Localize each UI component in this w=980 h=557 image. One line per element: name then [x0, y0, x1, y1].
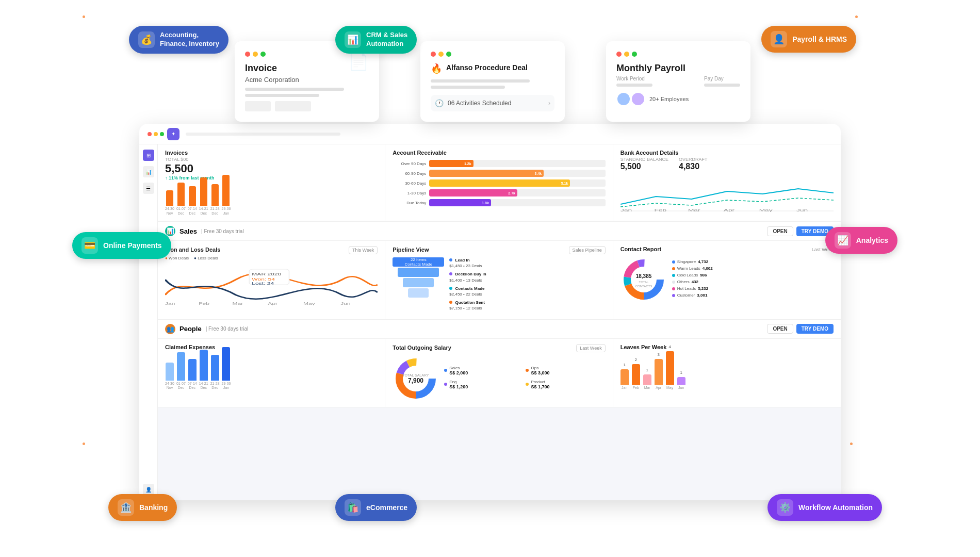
- ar-chart: Account Receivable Over 90 Days 1.2k 60-…: [385, 144, 613, 221]
- people-actions: OPEN TRY DEMO: [767, 324, 834, 334]
- won-loss-legend: ● Won Deals ● Loss Deals: [165, 256, 378, 260]
- legend-label: Customer: [677, 293, 695, 298]
- invoices-amount: 5,500: [165, 162, 378, 175]
- expense-bar: [200, 350, 208, 381]
- bar-label: 14-21Dec: [199, 207, 208, 216]
- accounting-icon: 💰: [138, 31, 155, 48]
- hbar-value: 2.7k: [508, 191, 515, 195]
- sidebar-chart-icon[interactable]: 📊: [143, 166, 154, 177]
- bar-label: 07-14Dec: [188, 382, 197, 390]
- invoices-chart: Invoices TOTAL $00 5,500 ↑ 11% from last…: [158, 144, 385, 221]
- badge-accounting[interactable]: 💰 Accounting, Finance, Inventory: [129, 26, 228, 54]
- hbar-value: 5.1k: [561, 182, 568, 185]
- expense-bar: [177, 352, 185, 381]
- leaves-bar: [655, 359, 663, 385]
- bar-group: 01-07Dec: [176, 183, 186, 216]
- people-open-btn[interactable]: OPEN: [767, 324, 793, 334]
- dashboard-body: ⊞ 📊 ☰ 👤 Invoices TOTAL $00 5,500 ↑ 11% f: [139, 144, 841, 500]
- legend-label: Cold Leads: [677, 273, 698, 277]
- hbar-fill: 5.1k: [429, 179, 570, 187]
- payments-label: Online Payments: [103, 241, 162, 250]
- salary-container: TOTAL SALARY 7,900 Sales S$ 2,000 Ops S$…: [393, 355, 605, 402]
- salary-legend-dot: [444, 369, 447, 372]
- payroll-label: Payroll & HRMS: [792, 35, 847, 43]
- bar-group: 01-07Dec: [176, 352, 186, 390]
- bar-group: 29-06Jan: [222, 347, 231, 390]
- won-legend: ● Won Deals: [165, 256, 189, 260]
- svg-text:Lost: 24: Lost: 24: [252, 282, 274, 286]
- people-demo-btn[interactable]: TRY DEMO: [796, 324, 834, 334]
- pipeline-dot: [449, 301, 452, 304]
- pipeline-label: Contacts Made: [455, 286, 485, 291]
- funnel-step-1: 22 ItemsContacts Made: [393, 257, 444, 267]
- crm-deal-title: Alfanso Procedure Deal: [446, 63, 528, 72]
- expenses-bar-chart: 24-30Nov 01-07Dec 07-14Dec 14-21Dec 21-2…: [165, 354, 378, 390]
- bank-balance2: 4,830: [679, 162, 699, 171]
- bar-label: 29-06Jan: [222, 207, 231, 216]
- badge-analytics[interactable]: 📈 Analytics: [825, 227, 897, 254]
- badge-online-payments[interactable]: 💳 Online Payments: [72, 232, 171, 259]
- banking-label: Banking: [139, 503, 168, 512]
- bar-group: 24-30Nov: [165, 363, 174, 390]
- chevron-right-icon: ›: [548, 100, 550, 107]
- salary-legend-item: Ops S$ 3,000: [526, 366, 605, 375]
- pipeline-value: $7,150 • 12 Deals: [449, 306, 482, 310]
- sidebar-menu-icon[interactable]: ☰: [143, 183, 154, 194]
- avatar-1: [616, 92, 631, 106]
- leaves-bar: [632, 364, 640, 385]
- legend-dot: [672, 281, 675, 284]
- badge-banking[interactable]: 🏦 Banking: [108, 494, 177, 521]
- svg-text:May: May: [759, 208, 772, 212]
- sidebar-user-icon[interactable]: 👤: [143, 484, 154, 495]
- payroll-icon: 👤: [771, 31, 787, 47]
- svg-text:Jan: Jan: [620, 208, 632, 212]
- legend-value: 432: [692, 280, 698, 284]
- pipeline-dot: [449, 287, 452, 290]
- salary-segment-value: S$ 1,700: [531, 384, 549, 389]
- sidebar-home-icon[interactable]: ⊞: [143, 150, 154, 161]
- legend-item: Customer 3,001: [672, 293, 834, 298]
- leaves-bar-chart: 1 Jan 2 Feb 1 Mar 3 Apr 4 M: [620, 354, 834, 390]
- leaves-bar-value: 3: [657, 352, 659, 357]
- hbar-row: 30-60 Days 5.1k: [393, 179, 605, 187]
- leaves-bar-group: 1 Jun: [677, 370, 685, 390]
- legend-dot: [672, 287, 675, 290]
- legend-value: 4,732: [698, 259, 708, 264]
- bar-group: 14-21Dec: [199, 177, 208, 216]
- badge-workflow[interactable]: ⚙️ Workflow Automation: [767, 494, 882, 521]
- hbar-fill: 3.4k: [429, 170, 544, 177]
- hbar-value: 3.4k: [535, 172, 542, 175]
- bank-balance2-label: OVERDRAFT: [679, 157, 708, 162]
- funnel-step-2: [398, 268, 439, 277]
- won-loss-period[interactable]: This Week: [349, 246, 378, 254]
- dot-grid-bottom-left: for(let i=0;i<64;i++) document.currentSc…: [83, 443, 125, 485]
- leaves-bar: [677, 377, 685, 385]
- hbar-track: 1.8k: [429, 199, 605, 206]
- pipeline-dropdown[interactable]: Sales Pipeline: [569, 246, 606, 254]
- ecommerce-label: eCommerce: [366, 503, 407, 512]
- people-header: 👥 People | Free 30 days trial OPEN TRY D…: [158, 320, 841, 339]
- sales-actions: OPEN TRY DEMO: [767, 226, 834, 236]
- legend-dot: [672, 294, 675, 297]
- contact-report-chart: Contact Report Last Week: [613, 241, 841, 319]
- crm-preview-card: 🔥 Alfanso Procedure Deal 🕐 06 Activities…: [420, 41, 565, 122]
- salary-period[interactable]: Last Week: [576, 344, 605, 352]
- badge-ecommerce[interactable]: 🛍️ eCommerce: [335, 494, 417, 521]
- leaves-bar-label: Apr: [656, 386, 661, 390]
- dashboard-header: ✦: [139, 124, 841, 144]
- hbar-track: 1.2k: [429, 160, 605, 167]
- leaves-bar-value: 2: [634, 357, 636, 362]
- hbar-track: 3.4k: [429, 170, 605, 177]
- sales-open-btn[interactable]: OPEN: [767, 226, 793, 236]
- preview-cards: 📄 Invoice Acme Corporation 🔥 Alfanso Pro…: [139, 41, 841, 122]
- salary-legend-dot: [526, 383, 529, 386]
- badge-crm[interactable]: 📊 CRM & Sales Automation: [335, 26, 417, 54]
- won-loss-wave: MAR 2020 Won: 54 Lost: 24 Jan Feb Mar Ap…: [165, 264, 378, 305]
- banking-icon: 🏦: [118, 499, 134, 516]
- content-area: Invoices TOTAL $00 5,500 ↑ 11% from last…: [158, 144, 841, 500]
- bar-group: 07-14Dec: [188, 359, 197, 390]
- invoice-icon: 📄: [348, 52, 369, 71]
- crm-activity: 🕐 06 Activities Scheduled ›: [431, 95, 554, 111]
- badge-payroll[interactable]: 👤 Payroll & HRMS: [761, 26, 856, 53]
- hbar-row: Over 90 Days 1.2k: [393, 160, 605, 167]
